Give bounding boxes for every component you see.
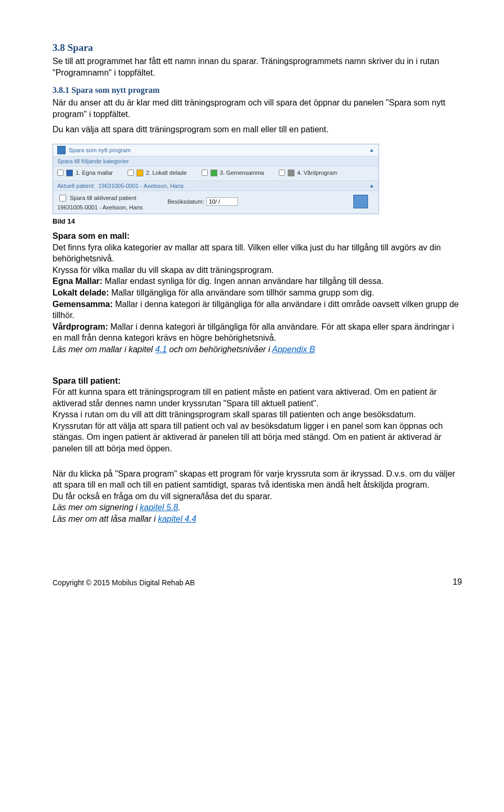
categories-title: Spara till följande kategorier [53,156,379,166]
category-vardprogram: 4. Vårdprogram [279,170,337,176]
text: Mallar endast synliga för dig. Ingen ann… [102,277,383,286]
paragraph: Du kan välja att spara ditt träningsprog… [52,124,462,135]
paragraph: Spara till patient: För att kunna spara … [52,375,462,455]
text: När du klicka på "Spara program" skapas … [52,469,455,490]
text: Läs mer om att låsa mallar i [52,514,158,523]
text: Kryssa i rutan om du vill att ditt träni… [52,410,416,419]
gemensamma-label: Gemensamma: [52,300,113,309]
swatch-gray-icon [288,170,295,176]
swatch-blue-icon [66,170,73,176]
link-kapitel-4-1[interactable]: 4.1 [155,345,167,354]
figure-caption: Bild 14 [52,217,462,225]
category-label: 3. Gemensamma [220,170,264,176]
text: och om behörighetsnivåer i [167,345,272,354]
active-patient-label: Aktuell patient: [57,183,95,189]
category-checkbox-egna[interactable] [57,170,64,176]
paragraph: När du anser att du är klar med ditt trä… [52,97,462,120]
chevron-up-icon[interactable]: ▲ [369,147,374,153]
link-kapitel-5-8[interactable]: kapitel 5.8 [140,503,178,512]
category-label: 2. Lokalt delade [146,170,187,176]
category-egna: 1. Egna mallar [57,170,113,176]
category-row: 1. Egna mallar 2. Lokalt delade 3. Gemen… [53,166,379,181]
save-panel: Spara som nytt program ▲ Spara till följ… [52,144,379,214]
category-checkbox-lokalt[interactable] [128,170,134,176]
lokalt-label: Lokalt delade: [52,288,109,297]
save-button[interactable] [353,195,368,208]
category-checkbox-gemensamma[interactable] [202,170,208,176]
intro-paragraph: Se till att programmet har fått ett namn… [52,56,462,78]
category-label: 1. Egna mallar [76,170,113,176]
category-gemensamma: 3. Gemensamma [202,170,264,176]
vardprogram-label: Vårdprogram: [52,322,108,331]
swatch-yellow-icon [136,170,143,176]
save-icon [57,146,66,154]
mall-heading: Spara som en mall: [52,231,130,240]
save-to-patient-label: Spara till aktiverad patient [70,195,136,201]
category-checkbox-vardprogram[interactable] [279,170,285,176]
text: För att kunna spara ett träningsprogram … [52,387,437,408]
chevron-up-icon[interactable]: ▲ [369,183,374,188]
patient-line: 19631005-0001 - Axelsson, Hans [57,204,162,210]
egna-label: Egna Mallar: [52,277,102,286]
panel-header[interactable]: Spara som nytt program ▲ [53,144,379,156]
text: Kryssrutan för att välja att spara till … [52,421,443,453]
text: Det finns fyra olika kategorier av malla… [52,243,441,263]
link-appendix-b[interactable]: Appendix B [272,345,315,354]
paragraph: Spara som en mall: Det finns fyra olika … [52,230,462,355]
page-number: 19 [453,577,462,587]
text: Mallar tillgängliga för alla användare s… [109,288,374,297]
visit-date-input[interactable] [206,197,238,206]
text: Läs mer om mallar i kapitel [52,345,155,354]
text: Mallar i denna kategori är tillgängliga … [52,300,459,320]
visit-date-label: Besöksdatum: [167,198,204,205]
patient-heading: Spara till patient: [52,376,121,385]
text: Läs mer om signering i [52,503,140,512]
heading-3-8: 3.8 Spara [52,42,462,54]
heading-3-8-1: 3.8.1 Spara som nytt program [52,86,462,95]
paragraph: När du klicka på "Spara program" skapas … [52,468,462,525]
text: Mallar i denna kategori är tillgängliga … [52,322,454,343]
active-patient-bar[interactable]: Aktuell patient: 19631005-0001 - Axelsso… [53,181,379,191]
category-lokalt: 2. Lokalt delade [128,170,187,176]
text: Kryssa för vilka mallar du vill skapa av… [52,266,274,275]
panel-title: Spara som nytt program [69,147,366,153]
link-kapitel-4-4[interactable]: kapitel 4.4 [158,514,196,523]
text: . [178,503,180,512]
category-label: 4. Vårdprogram [297,170,337,176]
copyright: Copyright © 2015 Mobilus Digital Rehab A… [52,578,195,587]
active-patient-value: 19631005-0001 - Axelsson, Hans [98,183,366,189]
text: Du får också en fråga om du vill signera… [52,492,272,501]
swatch-green-icon [211,170,217,176]
save-to-patient-checkbox[interactable] [59,195,66,202]
